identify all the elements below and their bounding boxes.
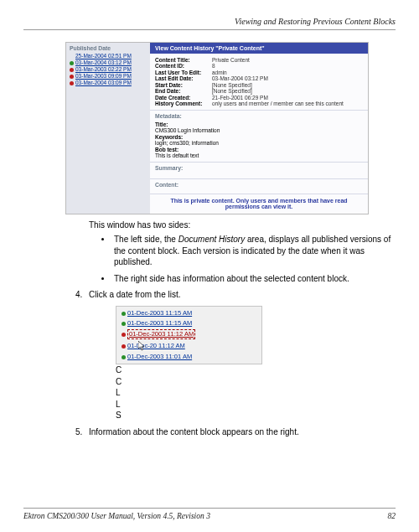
step-4-number: 4. — [75, 289, 89, 301]
metadata-title-key: Title: — [155, 121, 363, 127]
meta-key: End Date: — [155, 88, 212, 94]
meta-key: Start Date: — [155, 82, 212, 88]
date-list-link[interactable]: 01-Dec-2003 11:15 AM — [127, 309, 192, 318]
footer-rule — [23, 508, 396, 509]
summary-section-label: Summary: — [150, 162, 368, 172]
meta-key: Last User To Edit: — [155, 70, 212, 75]
date-list-link[interactable]: 01-Dec-2003 11:15 AM — [127, 319, 192, 328]
metadata-section-body: Title: CMS300 Login Information Keywords… — [150, 120, 368, 162]
bullet-pre: The left side, the — [114, 235, 178, 244]
meta-val: [None Specified] — [212, 82, 252, 88]
metadata-keywords-val: login; cms300; information — [155, 140, 363, 146]
red-status-dot-icon — [70, 81, 74, 85]
history-left-header: Published Date — [70, 45, 147, 51]
footer-page-number: 82 — [388, 512, 396, 520]
meta-val: 21-Feb-2001 06:29 PM — [212, 95, 268, 101]
summary-section-body — [150, 172, 368, 178]
date-list-cap-letter: L — [116, 399, 262, 411]
metadata-title-val: CMS300 Login Information — [155, 127, 363, 133]
meta-row: Date Created:21-Feb-2001 06:29 PM — [155, 95, 363, 101]
page-content: Published Date 25-Mar-2004 02:51 PM03-Ma… — [23, 30, 396, 437]
meta-row: Content ID:8 — [155, 63, 363, 69]
bullet-item: The right side has information about the… — [112, 273, 396, 285]
date-list-link[interactable]: 01-Dec-2003 11:01 AM — [127, 353, 192, 361]
meta-row: Last Edit Date:03-Mar-2004 03:12 PM — [155, 75, 363, 81]
content-meta-table: Content Title:Private ContentContent ID:… — [150, 54, 368, 110]
date-list-link[interactable]: 01-Dec-2003 11:12 AM — [127, 329, 195, 339]
metadata-section-label: Metadata: — [150, 110, 368, 120]
date-list-screenshot: 01-Dec-2003 11:15 AM01-Dec-2003 11:15 AM… — [116, 306, 396, 421]
date-list-link[interactable]: 01-Dec-20 11:12 AM — [127, 342, 185, 350]
date-list-row[interactable]: 01-Dec-2003 11:12 AM — [116, 328, 261, 340]
step-5-text: Information about the content block appe… — [89, 426, 396, 438]
meta-val: admin — [212, 70, 227, 75]
intro-line: This window has two sides: — [89, 220, 396, 231]
content-history-window: Published Date 25-Mar-2004 02:51 PM03-Ma… — [65, 42, 369, 214]
meta-row: Last User To Edit:admin — [155, 70, 363, 75]
page-footer: Ektron CMS200/300 User Manual, Version 4… — [23, 508, 396, 520]
metadata-bob-val: This is default text — [155, 152, 363, 158]
meta-key: History Comment: — [155, 101, 212, 106]
date-list-cap-letter: C — [116, 376, 262, 388]
history-title-bar: View Content History "Private Content" — [150, 43, 368, 54]
meta-row: Content Title:Private Content — [155, 57, 363, 63]
date-list-panel: 01-Dec-2003 11:15 AM01-Dec-2003 11:15 AM… — [116, 306, 262, 365]
green-status-dot-icon — [122, 312, 126, 316]
red-status-dot-icon — [70, 75, 74, 79]
date-list-cap-letter: L — [116, 387, 262, 399]
history-date-link[interactable]: 03-Mar-2003 09:09 PM — [75, 73, 132, 79]
mouse-cursor-icon — [138, 341, 147, 351]
history-row[interactable]: 25-Mar-2004 02:51 PM — [70, 53, 147, 59]
green-status-dot-icon — [122, 355, 126, 359]
history-right-pane: View Content History "Private Content" C… — [150, 43, 368, 214]
red-status-dot-icon — [122, 333, 126, 337]
meta-key: Last Edit Date: — [155, 75, 212, 81]
bullet-emphasis: Document History — [178, 235, 245, 244]
content-section-label: Content: — [150, 178, 368, 189]
green-status-dot-icon — [122, 322, 126, 326]
history-row[interactable]: 03-Mar-2003 09:09 PM — [70, 73, 147, 79]
date-list-cap-letter: C — [116, 364, 262, 376]
date-list-row[interactable]: 01-Dec-2003 11:15 AM — [116, 308, 261, 318]
history-date-link[interactable]: 25-Mar-2004 02:51 PM — [75, 53, 132, 59]
metadata-keywords-key: Keywords: — [155, 134, 363, 140]
meta-row: Start Date:[None Specified] — [155, 82, 363, 88]
page-header-title: Viewing and Restoring Previous Content B… — [23, 17, 396, 26]
history-date-link[interactable]: 03-Mar-2004 03:09 PM — [75, 80, 132, 85]
meta-row: History Comment:only users and member / … — [155, 101, 363, 106]
meta-key: Date Created: — [155, 95, 212, 101]
bullet-item: The left side, the Document History area… — [112, 234, 396, 268]
step-5-number: 5. — [75, 426, 89, 438]
green-status-dot-icon — [70, 61, 74, 65]
private-content-note: This is private content. Only users and … — [150, 194, 368, 214]
date-list-cap-letter: S — [116, 410, 262, 421]
step-4-text: Click a date from the list. — [89, 289, 396, 301]
history-row[interactable]: 03-Mar-2004 03:12 PM — [70, 59, 147, 65]
date-list-row[interactable]: 01-Dec-2003 11:15 AM — [116, 318, 261, 328]
history-date-link[interactable]: 03-Mar-2004 03:12 PM — [75, 59, 132, 65]
date-list-right-letters: CCLLS — [116, 364, 262, 421]
meta-key: Content Title: — [155, 57, 212, 63]
red-status-dot-icon — [122, 344, 126, 349]
step-4: 4. Click a date from the list. — [75, 289, 396, 301]
step-5: 5. Information about the content block a… — [75, 426, 396, 438]
bullet-list: The left side, the Document History area… — [112, 234, 396, 284]
meta-val: 8 — [212, 63, 215, 69]
body-text: This window has two sides: The left side… — [65, 220, 396, 438]
date-list-row[interactable]: 01-Dec-2003 11:01 AM — [116, 352, 261, 362]
meta-val: [None Specified] — [212, 88, 252, 94]
meta-val: only users and member / member can see t… — [212, 101, 344, 106]
red-status-dot-icon — [70, 68, 74, 72]
footer-left-text: Ektron CMS200/300 User Manual, Version 4… — [23, 512, 210, 520]
history-row[interactable]: 03-Mar-2003 02:22 PM — [70, 66, 147, 72]
meta-val: Private Content — [212, 57, 250, 63]
bullet-pre: The right side has information about the… — [114, 274, 349, 283]
meta-row: End Date:[None Specified] — [155, 88, 363, 94]
meta-val: 03-Mar-2004 03:12 PM — [212, 75, 268, 81]
history-date-link[interactable]: 03-Mar-2003 02:22 PM — [75, 66, 132, 72]
meta-key: Content ID: — [155, 63, 212, 69]
date-list-row[interactable]: 01-Dec-20 11:12 AM — [116, 340, 261, 352]
history-row[interactable]: 03-Mar-2004 03:09 PM — [70, 80, 147, 85]
metadata-bob-key: Bob test: — [155, 147, 363, 152]
history-left-pane: Published Date 25-Mar-2004 02:51 PM03-Ma… — [66, 43, 150, 214]
